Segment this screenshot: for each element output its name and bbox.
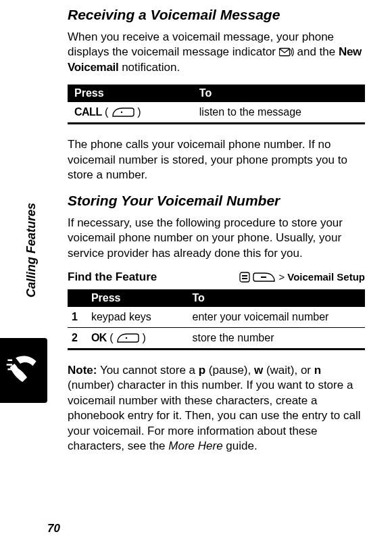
col-num [68,289,84,307]
cell-press: OK ( ) [84,327,186,348]
side-tab-label: Calling Features [24,203,39,297]
col-to: To [186,289,366,307]
svg-rect-5 [261,276,266,278]
heading-receiving-voicemail: Receiving a Voicemail Message [68,7,365,23]
voicemail-indicator-icon [279,47,294,57]
svg-rect-3 [242,275,247,276]
find-the-feature-row: Find the Feature > Voicemail Setup [68,270,365,284]
cell-press: keypad keys [84,307,186,328]
close-paren: ) [137,106,141,118]
svg-point-1 [121,112,122,113]
svg-rect-4 [242,278,247,279]
cell-press: CALL ( ) [68,102,193,123]
col-to: To [193,85,365,102]
find-the-feature-label: Find the Feature [68,270,157,284]
para-receiving-2: The phone calls your voicemail phone num… [68,137,365,183]
col-press: Press [84,289,186,307]
note-label: Note: [68,364,97,377]
col-press: Press [68,85,193,102]
char-w: w [254,364,263,377]
menu-key-icon [239,272,250,283]
text: notification. [122,61,180,74]
text: When you receive a voicemail message, yo… [68,30,334,58]
table-receiving: Press To CALL ( ) listen to the message [68,85,365,125]
table-row: CALL ( ) listen to the message [68,102,365,123]
char-p: p [199,364,205,377]
para-note: Note: You cannot store a p (pause), w (w… [68,363,365,454]
text: (pause), [205,364,254,377]
breadcrumb: > Voicemail Setup [239,271,365,283]
breadcrumb-voicemail-setup: Voicemail Setup [287,271,365,283]
text: guide. [223,439,258,452]
table-row: 2 OK ( ) store the number [68,327,365,348]
svg-point-6 [126,337,127,339]
cell-to: enter your voicemail number [186,307,366,328]
char-n: n [314,364,321,377]
para-storing-1: If necessary, use the following procedur… [68,216,365,261]
cell-to: listen to the message [193,102,365,123]
right-softkey-icon [112,107,134,118]
left-softkey-icon [253,272,276,283]
call-softkey-label: CALL [74,106,102,118]
cell-to: store the number [186,327,366,348]
page: Calling Features Receiving a Voicemail M… [0,0,392,553]
open-paren: ( [109,332,113,343]
para-receiving-1: When you receive a voicemail message, yo… [68,30,365,75]
text: and the [297,45,339,58]
open-paren: ( [105,106,108,118]
close-paren: ) [143,332,146,343]
table-storing: Press To 1 keypad keys enter your voicem… [68,289,365,351]
cell-num: 2 [68,327,84,348]
right-softkey-icon [116,333,139,343]
more-here-ref: More Here [168,439,222,452]
svg-rect-2 [240,272,249,282]
text: You cannot store a [100,364,199,377]
page-number: 70 [47,522,60,535]
ok-softkey-label: OK [91,332,107,343]
heading-storing-voicemail: Storing Your Voicemail Number [68,193,365,209]
cell-num: 1 [68,307,84,328]
phone-tab [0,338,47,403]
phone-handset-icon [5,352,42,389]
text: (wait), or [263,364,314,377]
breadcrumb-separator: > [278,271,285,283]
table-row: 1 keypad keys enter your voicemail numbe… [68,307,365,328]
